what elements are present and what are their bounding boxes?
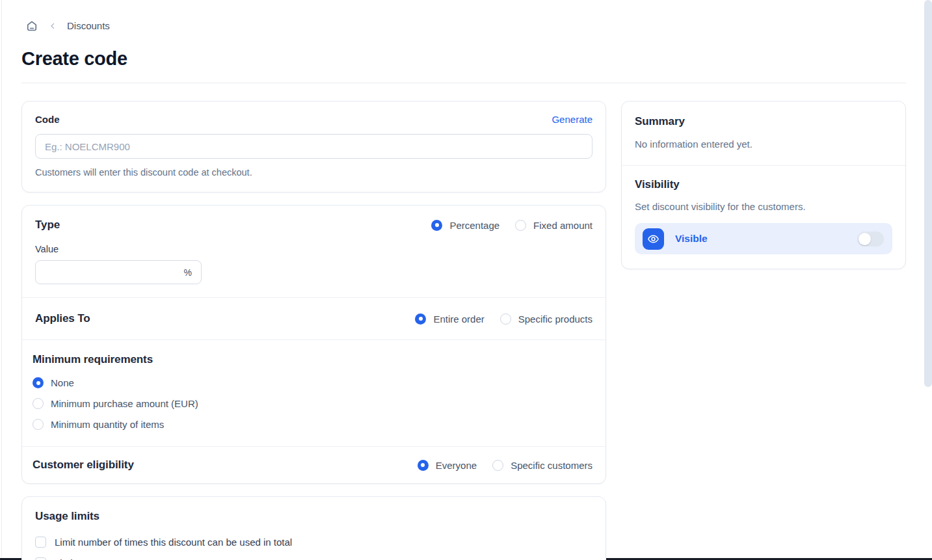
page-title: Create code — [21, 48, 127, 70]
home-icon[interactable] — [25, 19, 39, 33]
checkbox-option-limit-total-uses[interactable]: Limit number of times this discount can … — [35, 537, 592, 548]
checkbox-limit-total-uses — [35, 537, 46, 548]
scrollbar-thumb[interactable] — [924, 0, 932, 387]
toggle-knob — [859, 233, 871, 245]
visibility-title: Visibility — [635, 178, 892, 191]
radio-specific-customers — [492, 460, 503, 471]
radio-label: Percentage — [449, 220, 499, 231]
radio-option-fixed-amount[interactable]: Fixed amount — [515, 220, 592, 231]
visible-toggle-row: Visible — [635, 223, 892, 254]
radio-fixed-amount — [515, 220, 526, 231]
radio-minimum-purchase-amount — [33, 398, 44, 409]
radio-percentage — [431, 220, 442, 231]
summary-title: Summary — [635, 115, 892, 128]
chevron-left-icon — [49, 22, 57, 30]
code-card: Code Generate Customers will enter this … — [21, 101, 606, 193]
summary-section: Summary No information entered yet. — [622, 101, 905, 165]
code-helper-text: Customers will enter this discount code … — [35, 167, 592, 178]
customer-eligibility-section: Customer eligibility Everyone Specific c… — [22, 446, 606, 483]
applies-to-radio-group: Entire order Specific products — [415, 313, 592, 325]
percent-suffix: % — [184, 267, 192, 278]
applies-to-title: Applies To — [35, 312, 90, 325]
code-label: Code — [35, 114, 60, 125]
minimum-requirements-title: Minimum requirements — [33, 353, 153, 366]
radio-entire-order — [415, 313, 426, 325]
breadcrumb-discounts-link[interactable]: Discounts — [67, 20, 110, 31]
radio-option-minimum-quantity[interactable]: Minimum quantity of items — [33, 419, 592, 430]
checkbox-option-limit-one-per-customer[interactable]: Limit to one use per customer — [35, 557, 592, 560]
type-section: Type Percentage Fixed amount Value % — [22, 206, 606, 297]
window-left-edge — [1, 0, 2, 560]
usage-limits-card: Usage limits Limit number of times this … — [21, 496, 606, 560]
radio-option-none[interactable]: None — [33, 377, 592, 388]
usage-limits-title: Usage limits — [35, 510, 100, 522]
applies-to-section: Applies To Entire order Specific product… — [22, 297, 606, 340]
summary-empty-text: No information entered yet. — [635, 139, 892, 150]
value-input-wrap: % — [35, 260, 202, 284]
checkbox-limit-one-per-customer — [35, 557, 46, 560]
code-input[interactable] — [35, 134, 592, 159]
checkbox-label: Limit number of times this discount can … — [55, 537, 292, 548]
visible-label: Visible — [675, 233, 708, 245]
type-section-title: Type — [35, 219, 60, 232]
sidebar-column: Summary No information entered yet. Visi… — [621, 101, 906, 269]
radio-label: Specific customers — [511, 460, 592, 471]
customer-eligibility-radio-group: Everyone Specific customers — [418, 460, 592, 471]
radio-label: Minimum purchase amount (EUR) — [51, 398, 198, 409]
summary-visibility-card: Summary No information entered yet. Visi… — [621, 101, 906, 269]
visibility-description: Set discount visibility for the customer… — [635, 201, 892, 212]
radio-everyone — [418, 460, 429, 471]
radio-label: None — [51, 377, 74, 388]
radio-label: Specific products — [518, 313, 592, 325]
visible-toggle[interactable] — [857, 232, 884, 247]
checkbox-label: Limit to one use per customer — [55, 557, 183, 560]
radio-label: Entire order — [433, 313, 484, 325]
radio-minimum-quantity — [33, 419, 44, 430]
radio-option-everyone[interactable]: Everyone — [418, 460, 477, 471]
radio-option-specific-products[interactable]: Specific products — [500, 313, 592, 325]
breadcrumb: Discounts — [25, 19, 110, 33]
radio-specific-products — [500, 313, 511, 325]
visibility-section: Visibility Set discount visibility for t… — [622, 165, 905, 269]
radio-label: Minimum quantity of items — [51, 419, 164, 430]
minimum-requirements-section: Minimum requirements None Minimum purcha… — [22, 340, 606, 446]
generate-button[interactable]: Generate — [552, 114, 592, 125]
value-input[interactable] — [35, 260, 202, 284]
discount-settings-card: Type Percentage Fixed amount Value % — [21, 205, 606, 484]
minimum-requirements-radio-group: None Minimum purchase amount (EUR) Minim… — [33, 377, 592, 430]
form-column: Code Generate Customers will enter this … — [21, 101, 606, 560]
radio-label: Everyone — [436, 460, 477, 471]
radio-none — [33, 377, 44, 388]
title-divider — [21, 83, 906, 83]
customer-eligibility-title: Customer eligibility — [33, 459, 134, 472]
radio-option-minimum-purchase-amount[interactable]: Minimum purchase amount (EUR) — [33, 398, 592, 409]
radio-option-specific-customers[interactable]: Specific customers — [492, 460, 592, 471]
radio-label: Fixed amount — [533, 220, 592, 231]
radio-option-percentage[interactable]: Percentage — [431, 220, 499, 231]
value-label: Value — [35, 244, 592, 254]
radio-option-entire-order[interactable]: Entire order — [415, 313, 484, 325]
eye-icon — [643, 228, 664, 250]
type-radio-group: Percentage Fixed amount — [431, 220, 592, 231]
